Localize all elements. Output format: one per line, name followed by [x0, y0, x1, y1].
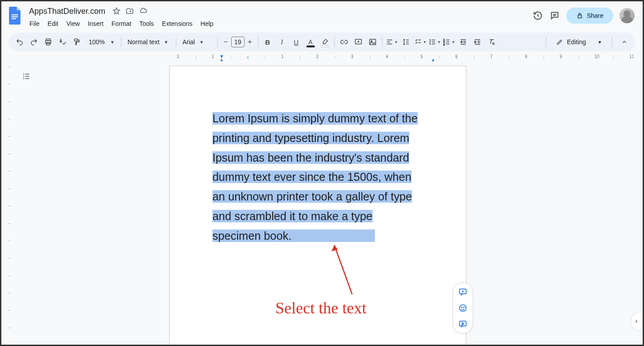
menu-tools[interactable]: Tools — [136, 18, 157, 29]
line-spacing-button[interactable] — [399, 35, 413, 49]
toolbar: 100%▼ Normal text▼ Arial▼ − + B I U A ▼ … — [8, 33, 636, 51]
redo-button[interactable] — [27, 35, 41, 49]
svg-rect-24 — [432, 40, 435, 41]
italic-button[interactable]: I — [275, 35, 289, 49]
paint-format-button[interactable] — [70, 35, 83, 49]
increase-indent-button[interactable] — [471, 35, 484, 49]
document-area: Lorem Ipsum is simply dummy text of the … — [1, 62, 643, 345]
svg-rect-1 — [12, 16, 18, 17]
svg-rect-5 — [578, 15, 582, 18]
svg-rect-2 — [12, 18, 16, 19]
svg-point-22 — [429, 42, 431, 43]
user-avatar[interactable] — [619, 8, 635, 23]
menu-help[interactable]: Help — [197, 18, 216, 29]
svg-rect-9 — [75, 39, 78, 41]
menu-extensions[interactable]: Extensions — [159, 18, 195, 29]
font-select[interactable]: Arial▼ — [179, 35, 215, 49]
zoom-select[interactable]: 100%▼ — [84, 35, 118, 49]
history-icon[interactable] — [532, 10, 543, 21]
svg-rect-25 — [432, 42, 435, 42]
document-title[interactable]: AppsThatDeliver.com — [26, 6, 108, 17]
menu-edit[interactable]: Edit — [45, 18, 62, 29]
font-size-increase[interactable]: + — [245, 37, 255, 47]
bold-button[interactable]: B — [261, 35, 274, 49]
menu-view[interactable]: View — [63, 18, 83, 29]
svg-point-23 — [429, 43, 431, 45]
right-indent-icon[interactable]: ▲ — [431, 57, 436, 61]
app-header: AppsThatDeliver.com File Edit View Inser… — [1, 1, 643, 30]
add-comment-side-button[interactable] — [455, 287, 471, 297]
svg-point-21 — [429, 39, 431, 41]
font-size-decrease[interactable]: − — [220, 37, 231, 47]
checklist-button[interactable]: ▼ — [414, 35, 427, 49]
undo-button[interactable] — [13, 35, 26, 49]
add-comment-button[interactable] — [352, 35, 365, 49]
menu-bar: File Edit View Insert Format Tools Exten… — [26, 17, 532, 30]
share-button[interactable]: Share — [566, 8, 613, 24]
add-reaction-button[interactable] — [455, 303, 471, 313]
insert-link-button[interactable] — [337, 35, 351, 49]
svg-rect-51 — [460, 321, 466, 326]
underline-button[interactable]: U — [290, 35, 303, 49]
docs-logo-icon[interactable] — [7, 5, 23, 26]
vertical-ruler[interactable] — [6, 62, 13, 345]
document-page[interactable]: Lorem Ipsum is simply dummy text of the … — [169, 66, 466, 345]
svg-rect-11 — [370, 39, 376, 45]
title-area: AppsThatDeliver.com File Edit View Inser… — [26, 5, 532, 30]
collapse-toolbar-button[interactable] — [618, 35, 631, 49]
header-right: Share — [532, 5, 637, 24]
document-scroll[interactable]: Lorem Ipsum is simply dummy text of the … — [13, 62, 643, 345]
clear-formatting-button[interactable] — [485, 35, 499, 49]
font-size-control: − + — [220, 37, 255, 47]
svg-text:3: 3 — [443, 43, 445, 46]
move-icon[interactable] — [126, 7, 134, 15]
menu-file[interactable]: File — [26, 18, 43, 29]
print-button[interactable] — [42, 35, 55, 49]
document-body-text[interactable]: Lorem Ipsum is simply dummy text of the … — [212, 109, 423, 246]
numbered-list-button[interactable]: 123▼ — [442, 35, 456, 49]
editing-mode-button[interactable]: Editing ▼ — [552, 35, 607, 49]
highlight-button[interactable] — [318, 35, 332, 49]
spellcheck-button[interactable] — [56, 35, 69, 49]
share-label: Share — [587, 12, 603, 19]
insert-image-button[interactable] — [366, 35, 379, 49]
decrease-indent-button[interactable] — [457, 35, 470, 49]
star-icon[interactable] — [112, 7, 120, 15]
svg-point-48 — [460, 305, 466, 312]
svg-point-50 — [464, 307, 465, 308]
side-tools — [453, 283, 473, 333]
cloud-status-icon[interactable] — [139, 7, 147, 15]
font-size-input[interactable] — [231, 37, 245, 47]
svg-rect-0 — [12, 14, 18, 15]
svg-point-49 — [461, 307, 462, 308]
comments-icon[interactable] — [549, 10, 560, 21]
style-select[interactable]: Normal text▼ — [124, 35, 173, 49]
horizontal-ruler[interactable]: ▼ ▲ ▲ — [17, 54, 636, 61]
svg-rect-26 — [432, 44, 435, 45]
bullet-list-button[interactable]: ▼ — [428, 35, 441, 49]
hanging-indent-icon[interactable]: ▲ — [219, 57, 224, 61]
menu-format[interactable]: Format — [108, 18, 134, 29]
suggest-edits-button[interactable] — [455, 319, 471, 329]
text-color-button[interactable]: A — [304, 35, 317, 49]
align-button[interactable]: ▼ — [385, 35, 399, 49]
menu-insert[interactable]: Insert — [85, 18, 107, 29]
